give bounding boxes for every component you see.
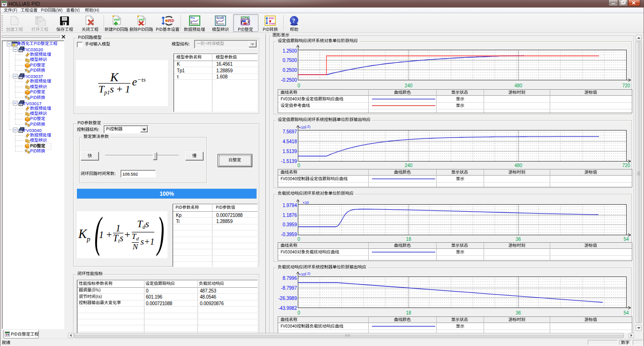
svg-text:Tran: Tran [269,22,275,25]
svg-text:Pre: Pre [190,16,195,19]
svg-text:PID: PID [168,19,174,23]
svg-text:STPID: STPID [241,16,250,19]
svg-text:SysID: SysID [216,16,224,19]
svg-text:PID: PID [114,18,120,22]
svg-text:?: ? [292,17,295,24]
svg-text:PID: PID [269,16,274,20]
